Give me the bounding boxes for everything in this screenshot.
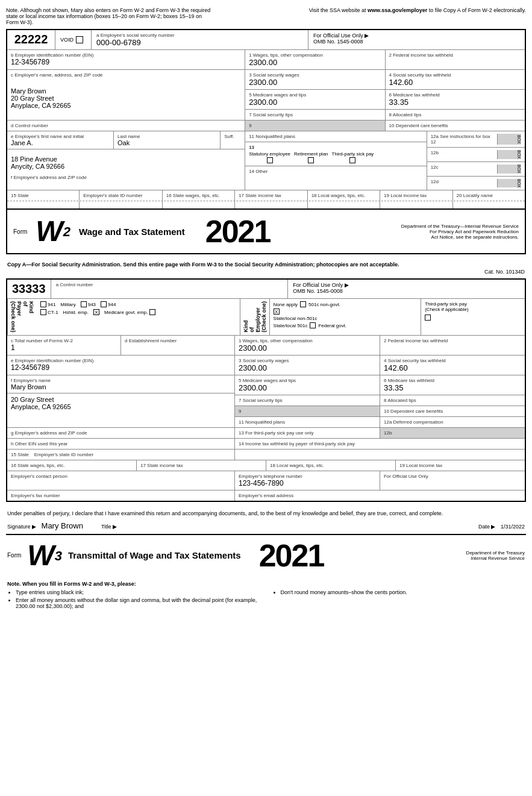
w3-footer: Form W3 Transmittal of Wage and Tax Stat… [6, 534, 526, 576]
w2-state-data-row [7, 201, 525, 208]
w3-g-label: g Employer's address and ZIP code [7, 428, 235, 438]
w2-box20: 20 Locality name [453, 190, 525, 201]
w2-void-box: VOID [55, 30, 92, 49]
w3-box12b: 12b [380, 428, 525, 438]
w2-box19: 19 Local income tax [380, 190, 452, 201]
w3-phone: Employer's telephone number 123-456-7890 [235, 471, 380, 490]
w2-box10: 10 Dependent care benefits [386, 121, 525, 131]
w2-box13: 13 Statutory employee Retirement plan [245, 142, 427, 166]
w2-box15: 15 State [7, 190, 80, 201]
w3-box15: 15 State Employer's state ID number [7, 450, 235, 460]
payer-941-checkbox[interactable] [40, 301, 46, 307]
w3-box8: 8 Allocated tips [380, 395, 525, 406]
w3-contact: Employer's contact person [7, 471, 235, 490]
w3-box19: 19 Local income tax [396, 460, 525, 471]
kind-employer-label: KindofEmployer(Check one) [243, 301, 267, 333]
w2-box7: 7 Social security tips [245, 110, 384, 120]
payer-military-item: Military [60, 301, 75, 307]
w3-box16: 16 State wages, tips, etc. [7, 460, 137, 471]
w3-box1: 1 Wages, tips, other compensation 2300.0… [235, 336, 380, 355]
w2-box5: 5 Medicare wages and tips 2300.00 [245, 90, 384, 110]
w3-employer-address: 20 Gray Street Anyplace, CA 92665 [7, 393, 234, 413]
w2-box6: 6 Medicare tax withheld 33.35 [386, 90, 525, 110]
payer-ct1-item: CT-1 [40, 309, 58, 315]
w3-box14: 14 Income tax withheld by payer of third… [235, 439, 525, 449]
w3-box4: 4 Social security tax withheld 142.60 [380, 356, 525, 375]
w3-box11: 11 Nonqualified plans [235, 416, 380, 427]
w2-suff: Suff. [221, 131, 245, 149]
statutory-checkbox[interactable] [267, 157, 273, 163]
w2-box12a: 12a See instructions for box 12 BOX [427, 131, 525, 148]
perjury-text: Under penalties of perjury, I declare th… [6, 508, 526, 519]
w2-control-number: d Control number [7, 121, 245, 131]
w2-box17: 17 State income tax [235, 190, 307, 201]
w2-box14: 14 Other [245, 166, 427, 190]
signature-row: Signature ▶ Mary Brown Title ▶ Date ▶ 1/… [6, 519, 526, 533]
top-note-left: Note. Although not shown, Mary also ente… [6, 7, 211, 25]
bottom-note: Note. When you fill in Forms W-2 and W-3… [6, 576, 526, 614]
w2-state-row: 15 State Employer's state ID number 16 S… [7, 190, 525, 201]
w2-form: 22222 VOID a Employee's social security … [6, 29, 526, 254]
w2-box18: 18 Local wages, tips, etc. [308, 190, 380, 201]
w3-box9: 9 [235, 406, 380, 416]
state-local-non501c-checkbox[interactable] [274, 309, 280, 315]
w3-box6: 6 Medicare tax withheld 33.35 [380, 375, 525, 395]
w3-box14b [235, 450, 525, 460]
payer-hshld-checkbox[interactable] [93, 309, 99, 315]
w2-employee-first: e Employee's first name and initial Jane… [7, 131, 114, 149]
w3-c-box: c Total number of Forms W-2 1 [7, 336, 121, 355]
thirdparty-applicable-checkbox[interactable] [425, 315, 431, 321]
void-checkbox[interactable] [76, 36, 83, 43]
payer-944-item: 944 [101, 301, 116, 307]
page-container: Note. Although not shown, Mary also ente… [0, 0, 532, 619]
top-note: Note. Although not shown, Mary also ente… [6, 5, 526, 29]
cat-note: Cat. No. 10134D [6, 269, 526, 278]
payer-941-item: 941 [40, 301, 55, 307]
w3-box13: 13 For third-party sick pay use only [235, 428, 380, 438]
payer-hshld-checkbox-item [93, 309, 99, 315]
payer-ct1-checkbox[interactable] [40, 309, 46, 315]
w3-box18: 18 Local wages, tips, etc. [266, 460, 396, 471]
payer-944-checkbox[interactable] [101, 301, 107, 307]
w3-email: Employer's email address [235, 490, 525, 501]
w3-form: 33333 a Control number For Official Use … [6, 278, 526, 502]
w2-box2: 2 Federal income tax withheld [386, 50, 525, 69]
w2-box1: 1 Wages, tips, other compensation 2300.0… [245, 50, 385, 69]
state-local-501c-checkbox[interactable] [310, 322, 316, 328]
w2-box8: 8 Allocated tips [386, 110, 525, 120]
payer-943-checkbox[interactable] [81, 301, 87, 307]
none-apply-checkbox[interactable] [300, 301, 306, 307]
w3-fax: Employer's fax number [7, 490, 235, 501]
w2-ssn-box: a Employee's social security number 000-… [92, 30, 308, 49]
w2-box-number: 22222 [7, 30, 55, 49]
w3-official-box: For Official Use Only ▶ OMB No. 1545-000… [288, 280, 525, 298]
kind-payer-label: KindofPayer(Check one) [7, 299, 37, 335]
w3-box-number: 33333 [7, 280, 51, 298]
payer-943-item: 943 [81, 301, 96, 307]
w2-box11: 11 Nonqualified plans [245, 131, 427, 142]
w3-box2: 2 Federal income tax withheld [380, 336, 525, 355]
w2-box12b: 12b BOX [427, 148, 525, 162]
top-note-right: Visit the SSA website at www.ssa.gov/emp… [309, 7, 526, 25]
w3-box7: 7 Social security tips [235, 395, 380, 406]
w2-box15b: Employer's state ID number [80, 190, 162, 201]
payer-medicare-checkbox[interactable] [149, 309, 155, 315]
w3-official-use: For Official Use Only [380, 471, 525, 490]
payer-hshld-item: Hshld. emp. [63, 309, 89, 315]
w3-box17: 17 State income tax [137, 460, 266, 471]
w2-employee-address: 18 Pine Avenue Anycity, CA 92666 f Emplo… [7, 149, 245, 183]
w2-box12c: 12c BOX [427, 162, 525, 177]
w2-official-box: For Official Use Only ▶ OMB No. 1545-000… [308, 30, 525, 49]
payer-medicare-item: Medicare govt. emp. [104, 309, 155, 315]
w2-box3: 3 Social security wages 2300.00 [245, 70, 384, 90]
w2-footer: Form W2 Wage and Tax Statement 2021 Depa… [7, 208, 525, 253]
w2-ein-box: b Employer identification number (EIN) 1… [7, 50, 245, 69]
retirement-checkbox[interactable] [308, 157, 314, 163]
w2-box16: 16 State wages, tips, etc. [163, 190, 235, 201]
w3-employer-name: f Employer's name Mary Brown [7, 375, 234, 393]
w3-thirdparty-box: Third-party sick pay (Check if applicabl… [421, 299, 525, 335]
w3-control-label: a Control number [51, 280, 289, 298]
w3-box12a: 12a Deferred compensation [380, 417, 525, 427]
thirdparty-checkbox[interactable] [349, 157, 355, 163]
w3-box3: 3 Social security wages 2300.00 [235, 356, 380, 375]
